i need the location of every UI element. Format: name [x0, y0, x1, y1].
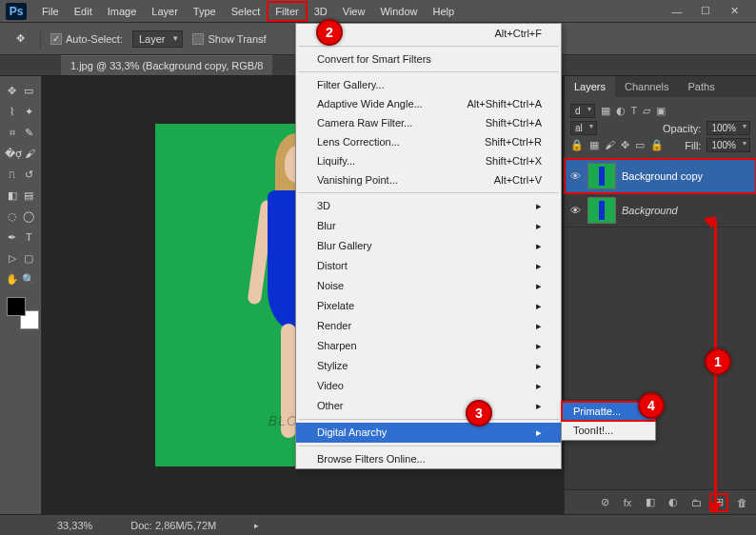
dodge-tool[interactable]: ◯ — [22, 207, 37, 226]
zoom-level[interactable]: 33,33% — [57, 520, 92, 531]
tab-layers[interactable]: Layers — [565, 76, 615, 97]
auto-select-target-dropdown[interactable]: Layer — [132, 30, 184, 48]
layer-name[interactable]: Background — [622, 205, 678, 216]
filter-smart-icon[interactable]: ▣ — [656, 105, 666, 117]
blend-mode-dropdown[interactable]: al — [570, 121, 597, 135]
artboard-tool[interactable]: ▭ — [22, 81, 37, 100]
eyedropper-tool[interactable]: ✎ — [22, 123, 37, 142]
menu-item-convert-for-smart-filters[interactable]: Convert for Smart Filters — [296, 50, 561, 69]
layer-style-icon[interactable]: fx — [621, 496, 634, 509]
menu-item-3d[interactable]: 3D — [296, 196, 561, 216]
eraser-tool[interactable]: ◧ — [5, 186, 20, 205]
menu-item-adaptive-wide-angle[interactable]: Adaptive Wide Angle...Alt+Shift+Ctrl+A — [296, 94, 561, 113]
layer-list-container: 👁 Background copy👁 Background ⊘ fx ◧ ◐ 🗀… — [565, 159, 756, 514]
delete-layer-icon[interactable]: 🗑 — [735, 496, 748, 509]
brush-tool[interactable]: 🖌 — [24, 144, 36, 163]
menu-item-liquify[interactable]: Liquify...Shift+Ctrl+X — [296, 151, 561, 170]
tab-channels[interactable]: Channels — [615, 76, 678, 97]
blur-tool[interactable]: ◌ — [5, 207, 20, 226]
visibility-icon[interactable]: 👁 — [568, 169, 582, 183]
menu-item-noise[interactable]: Noise — [296, 276, 561, 296]
lasso-tool[interactable]: ⌇ — [5, 102, 20, 121]
menu-window[interactable]: Window — [372, 2, 425, 21]
menu-item-render[interactable]: Render — [296, 316, 561, 336]
menu-edit[interactable]: Edit — [67, 2, 100, 21]
layer-thumbnail[interactable] — [587, 197, 616, 224]
healing-brush-tool[interactable]: �ợ — [5, 144, 22, 163]
pen-tool[interactable]: ✒ — [5, 228, 20, 247]
close-button[interactable]: ✕ — [720, 3, 748, 20]
rectangle-tool[interactable]: ▢ — [22, 248, 37, 268]
type-tool[interactable]: T — [22, 228, 37, 247]
crop-tool[interactable]: ⌗ — [5, 123, 20, 142]
menu-item-other[interactable]: Other — [296, 396, 561, 416]
layer-row[interactable]: 👁 Background copy — [565, 159, 756, 193]
menu-file[interactable]: File — [34, 2, 67, 21]
lock-all-icon[interactable]: 🔒 — [650, 139, 664, 151]
menu-image[interactable]: Image — [100, 2, 145, 21]
menu-item-filter-gallery[interactable]: Filter Gallery... — [296, 75, 561, 94]
right-panels: Layers Channels Paths d ▦ ◐ T ▱ ▣ al Opa… — [564, 76, 756, 514]
menu-view[interactable]: View — [335, 2, 373, 21]
lock-position-icon[interactable]: ✥ — [621, 139, 629, 151]
layer-thumbnail[interactable] — [587, 163, 616, 189]
menu-item-blur-gallery[interactable]: Blur Gallery — [296, 236, 561, 256]
show-transform-label: Show Transf — [208, 33, 266, 45]
menu-item-pixelate[interactable]: Pixelate — [296, 296, 561, 316]
menu-item-vanishing-point[interactable]: Vanishing Point...Alt+Ctrl+V — [296, 170, 561, 189]
menu-item-blur[interactable]: Blur — [296, 216, 561, 236]
menu-item-digital-anarchy[interactable]: Digital Anarchy — [296, 423, 561, 443]
layer-row[interactable]: 👁 Background — [565, 193, 756, 228]
link-layers-icon[interactable]: ⊘ — [598, 496, 611, 509]
menu-item-lens-correction[interactable]: Lens Correction...Shift+Ctrl+R — [296, 132, 561, 151]
menu-item-video[interactable]: Video — [296, 376, 561, 396]
menu-filter[interactable]: Filter — [268, 2, 306, 21]
opacity-value[interactable]: 100% — [706, 121, 750, 135]
layer-name[interactable]: Background copy — [622, 170, 703, 182]
menu-item-sharpen[interactable]: Sharpen — [296, 336, 561, 356]
layer-kind-filter[interactable]: d — [570, 104, 595, 118]
filter-type-icon[interactable]: T — [631, 105, 638, 117]
lock-transparent-icon[interactable]: ▦ — [589, 139, 599, 151]
lock-artboard-icon[interactable]: ▭ — [635, 139, 645, 151]
menu-item-browse-filters-online[interactable]: Browse Filters Online... — [296, 449, 561, 468]
color-swatches[interactable] — [7, 297, 39, 329]
menu-item-toonit[interactable]: ToonIt!... — [562, 421, 655, 440]
filter-adjustment-icon[interactable]: ◐ — [616, 105, 626, 117]
opacity-label: Opacity: — [663, 123, 701, 134]
menu-layer[interactable]: Layer — [144, 2, 186, 21]
menu-type[interactable]: Type — [186, 2, 224, 21]
foreground-color-swatch[interactable] — [7, 297, 26, 316]
fill-value[interactable]: 100% — [706, 138, 750, 152]
clone-stamp-tool[interactable]: ⎍ — [5, 165, 20, 184]
menu-item-stylize[interactable]: Stylize — [296, 356, 561, 376]
filter-shape-icon[interactable]: ▱ — [643, 105, 650, 117]
magic-wand-tool[interactable]: ✦ — [22, 102, 37, 121]
adjustment-layer-icon[interactable]: ◐ — [666, 496, 680, 509]
move-tool[interactable]: ✥ — [5, 81, 20, 100]
doc-size[interactable]: Doc: 2,86M/5,72M — [130, 520, 216, 531]
document-tab[interactable]: 1.jpg @ 33,3% (Background copy, RGB/8 — [61, 55, 272, 75]
history-brush-tool[interactable]: ↺ — [22, 165, 37, 184]
hand-tool[interactable]: ✋ — [5, 269, 20, 288]
auto-select-checkbox[interactable]: Auto-Select: — [50, 33, 123, 45]
layer-mask-icon[interactable]: ◧ — [644, 496, 657, 509]
menu-3d[interactable]: 3D — [307, 2, 335, 21]
tab-paths[interactable]: Paths — [679, 76, 725, 97]
menu-select[interactable]: Select — [224, 2, 269, 21]
restore-button[interactable]: ☐ — [691, 3, 720, 20]
minimize-button[interactable]: — — [663, 3, 691, 20]
layers-panel-options: d ▦ ◐ T ▱ ▣ al Opacity: 100% 🔒 ▦ 🖌 — [565, 97, 756, 159]
gradient-tool[interactable]: ▤ — [22, 186, 37, 205]
menu-item-distort[interactable]: Distort — [296, 256, 561, 276]
lock-label: 🔒 — [570, 139, 584, 151]
visibility-icon[interactable]: 👁 — [568, 204, 582, 217]
layer-group-icon[interactable]: 🗀 — [689, 496, 703, 509]
zoom-tool[interactable]: 🔍 — [22, 269, 37, 288]
show-transform-checkbox[interactable]: Show Transf — [192, 33, 266, 45]
menu-help[interactable]: Help — [426, 2, 463, 21]
path-selection-tool[interactable]: ▷ — [5, 248, 20, 268]
lock-image-icon[interactable]: 🖌 — [605, 139, 615, 151]
filter-pixel-icon[interactable]: ▦ — [601, 105, 610, 117]
menu-item-camera-raw-filter[interactable]: Camera Raw Filter...Shift+Ctrl+A — [296, 113, 561, 132]
